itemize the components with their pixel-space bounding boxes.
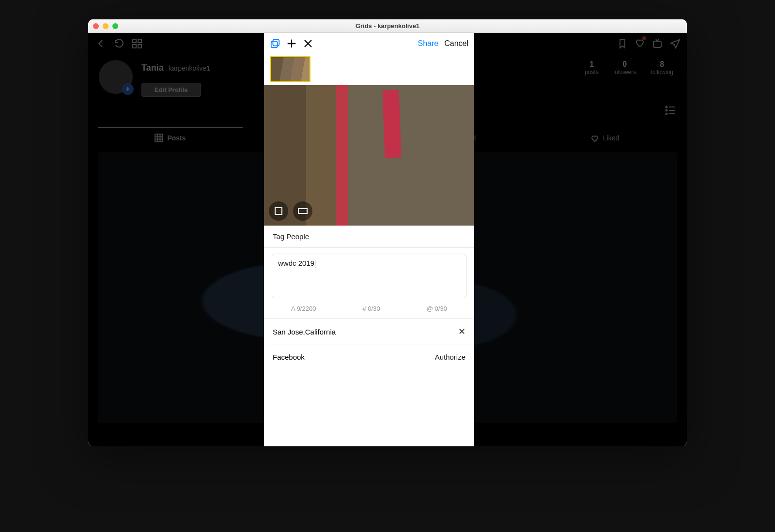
crop-landscape-button[interactable] <box>293 201 312 221</box>
svg-point-5 <box>666 106 667 108</box>
add-story-icon[interactable]: + <box>122 83 134 95</box>
char-counter: A 9/2200 <box>291 305 316 312</box>
direct-icon[interactable] <box>669 38 680 49</box>
liked-icon <box>590 134 599 142</box>
clear-location-icon[interactable]: ✕ <box>458 326 465 337</box>
svg-rect-2 <box>133 45 136 48</box>
caption-value: wwdc 2019 <box>278 259 314 267</box>
facebook-row[interactable]: Facebook Authorize <box>264 345 474 369</box>
svg-rect-14 <box>298 209 307 213</box>
svg-rect-11 <box>273 40 279 46</box>
tag-people-row[interactable]: Tag People <box>264 226 474 248</box>
remove-media-icon[interactable] <box>303 38 313 49</box>
profile-stats: 1 posts 0 followers 8 following <box>585 60 673 76</box>
notification-badge <box>642 36 646 40</box>
svg-rect-0 <box>133 39 136 43</box>
facebook-authorize-button[interactable]: Authorize <box>435 353 465 361</box>
avatar[interactable]: + <box>99 60 133 94</box>
tab-liked[interactable]: Liked <box>532 127 677 148</box>
minimize-window-button[interactable] <box>103 23 108 29</box>
activity-icon[interactable] <box>635 37 645 50</box>
bookmark-icon[interactable] <box>617 38 628 49</box>
stat-posts[interactable]: 1 posts <box>585 60 599 76</box>
svg-rect-13 <box>275 208 282 214</box>
igtv-icon[interactable] <box>652 38 663 49</box>
svg-point-6 <box>666 110 667 111</box>
svg-rect-3 <box>138 45 141 48</box>
hashtag-counter: # 0/30 <box>363 305 380 312</box>
zoom-window-button[interactable] <box>112 23 118 29</box>
add-media-icon[interactable] <box>286 38 297 49</box>
cancel-button[interactable]: Cancel <box>444 39 468 48</box>
edit-profile-button[interactable]: Edit Profile <box>141 83 201 97</box>
selected-thumbnail[interactable] <box>270 56 310 82</box>
svg-rect-8 <box>155 134 163 142</box>
mention-counter: @ 0/30 <box>427 305 447 312</box>
app-window: Grids - karpenkolive1 <box>88 19 687 446</box>
posts-grid-icon <box>155 134 163 142</box>
svg-point-7 <box>666 113 667 115</box>
banner-graphic <box>383 90 402 158</box>
location-row[interactable]: San Jose,California ✕ <box>264 319 474 345</box>
photo-preview[interactable] <box>264 85 474 226</box>
window-controls <box>93 23 118 29</box>
tab-posts[interactable]: Posts <box>98 127 243 148</box>
sheet-toolbar: Share Cancel <box>264 33 474 54</box>
location-value: San Jose,California <box>273 328 336 336</box>
svg-rect-4 <box>653 41 661 47</box>
tag-people-label: Tag People <box>273 232 309 241</box>
text-cursor <box>315 260 315 268</box>
svg-rect-12 <box>271 41 278 47</box>
back-icon[interactable] <box>95 38 107 49</box>
share-button[interactable]: Share <box>418 39 438 48</box>
facebook-label: Facebook <box>273 353 305 361</box>
caption-counters: A 9/2200 # 0/30 @ 0/30 <box>264 300 474 319</box>
stat-following[interactable]: 8 following <box>651 60 673 76</box>
svg-rect-1 <box>138 39 141 43</box>
list-view-icon[interactable] <box>665 105 676 116</box>
window-title: Grids - karpenkolive1 <box>88 22 687 30</box>
multi-photo-icon[interactable] <box>270 38 280 49</box>
refresh-icon[interactable] <box>113 38 125 49</box>
thumbnail-strip <box>264 54 474 85</box>
caption-input[interactable]: wwdc 2019 <box>272 254 466 298</box>
share-sheet: Share Cancel Tag People <box>264 33 474 446</box>
username: karpenkolive1 <box>169 64 210 72</box>
stat-followers[interactable]: 0 followers <box>613 60 636 76</box>
close-window-button[interactable] <box>93 23 99 29</box>
display-name: Tania <box>141 63 164 73</box>
titlebar: Grids - karpenkolive1 <box>88 19 687 33</box>
grid-icon[interactable] <box>132 38 142 49</box>
crop-square-button[interactable] <box>269 201 288 221</box>
